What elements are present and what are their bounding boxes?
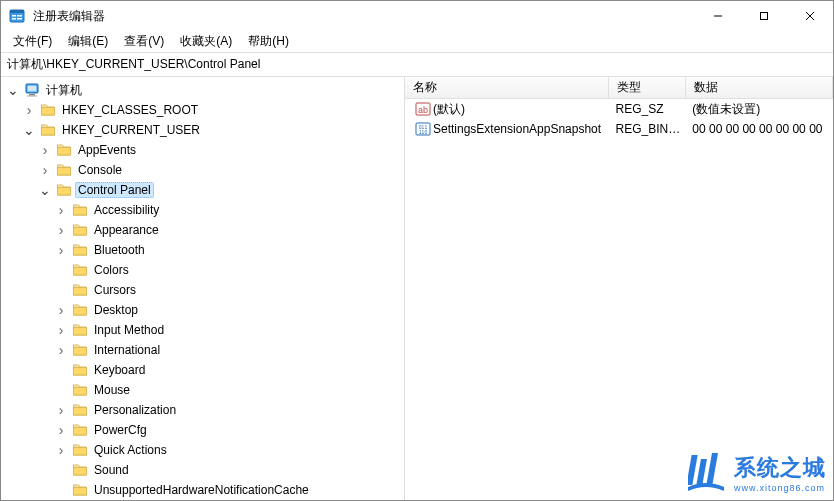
folder-icon xyxy=(72,362,88,378)
folder-icon xyxy=(56,142,72,158)
tree-item-label[interactable]: AppEvents xyxy=(75,142,139,158)
value-type: REG_SZ xyxy=(610,102,687,116)
tree-item[interactable]: Colors xyxy=(1,260,404,280)
expand-icon[interactable] xyxy=(37,162,53,178)
tree-item-label[interactable]: Input Method xyxy=(91,322,167,338)
address-path[interactable]: 计算机\HKEY_CURRENT_USER\Control Panel xyxy=(7,56,827,73)
tree-item-label[interactable]: International xyxy=(91,342,163,358)
tree-item-label[interactable]: HKEY_CURRENT_USER xyxy=(59,122,203,138)
expand-icon[interactable] xyxy=(53,322,69,338)
menu-help[interactable]: 帮助(H) xyxy=(240,31,297,52)
tree-item[interactable]: HKEY_CURRENT_USER xyxy=(1,120,404,140)
expand-icon[interactable] xyxy=(53,402,69,418)
collapse-icon[interactable] xyxy=(37,182,53,198)
tree-item-label[interactable]: Sound xyxy=(91,462,132,478)
list-body[interactable]: (默认)REG_SZ(数值未设置)SettingsExtensionAppSna… xyxy=(405,99,833,500)
expand-icon[interactable] xyxy=(53,422,69,438)
tree-item[interactable]: UnsupportedHardwareNotificationCache xyxy=(1,480,404,500)
tree-item[interactable]: Sound xyxy=(1,460,404,480)
tree-item[interactable]: Cursors xyxy=(1,280,404,300)
expand-icon[interactable] xyxy=(53,242,69,258)
maximize-icon xyxy=(759,11,769,21)
tree-item-label[interactable]: Appearance xyxy=(91,222,162,238)
folder-icon xyxy=(72,462,88,478)
column-header[interactable]: 名称 xyxy=(405,77,609,98)
folder-icon xyxy=(40,122,56,138)
value-type: REG_BINARY xyxy=(610,122,687,136)
expand-icon[interactable] xyxy=(53,442,69,458)
tree-item-label[interactable]: 计算机 xyxy=(43,81,85,100)
tree-panel[interactable]: 计算机HKEY_CLASSES_ROOTHKEY_CURRENT_USERApp… xyxy=(1,77,405,500)
expand-icon[interactable] xyxy=(37,142,53,158)
folder-icon xyxy=(72,202,88,218)
maximize-button[interactable] xyxy=(741,1,787,31)
tree-item[interactable]: Accessibility xyxy=(1,200,404,220)
tree-item[interactable]: Quick Actions xyxy=(1,440,404,460)
folder-icon xyxy=(72,242,88,258)
menu-file[interactable]: 文件(F) xyxy=(5,31,60,52)
window: 注册表编辑器 文件(F) 编辑(E) 查看(V) 收藏夹(A) 帮助(H) 计算… xyxy=(0,0,834,501)
folder-icon xyxy=(72,282,88,298)
tree-item[interactable]: Desktop xyxy=(1,300,404,320)
folder-icon xyxy=(72,302,88,318)
titlebar[interactable]: 注册表编辑器 xyxy=(1,1,833,31)
binary-value-icon xyxy=(415,121,431,137)
expand-icon[interactable] xyxy=(53,202,69,218)
close-icon xyxy=(805,11,815,21)
tree-item-label[interactable]: Personalization xyxy=(91,402,179,418)
tree-item[interactable]: Personalization xyxy=(1,400,404,420)
folder-icon xyxy=(72,262,88,278)
tree-item[interactable]: PowerCfg xyxy=(1,420,404,440)
expand-icon[interactable] xyxy=(21,102,37,118)
tree-item-label[interactable]: Control Panel xyxy=(75,182,154,198)
minimize-button[interactable] xyxy=(695,1,741,31)
tree-item-label[interactable]: Quick Actions xyxy=(91,442,170,458)
tree-item[interactable]: HKEY_CLASSES_ROOT xyxy=(1,100,404,120)
tree-item-label[interactable]: PowerCfg xyxy=(91,422,150,438)
close-button[interactable] xyxy=(787,1,833,31)
tree-item[interactable]: Control Panel xyxy=(1,180,404,200)
tree-item[interactable]: Appearance xyxy=(1,220,404,240)
expand-icon[interactable] xyxy=(53,222,69,238)
tree-item-label[interactable]: Colors xyxy=(91,262,132,278)
column-header[interactable]: 数据 xyxy=(686,77,833,98)
tree-item[interactable]: 计算机 xyxy=(1,80,404,100)
expand-icon[interactable] xyxy=(53,302,69,318)
menu-view[interactable]: 查看(V) xyxy=(116,31,172,52)
collapse-icon[interactable] xyxy=(21,122,37,138)
tree-item-label[interactable]: Bluetooth xyxy=(91,242,148,258)
folder-icon xyxy=(72,402,88,418)
value-row[interactable]: (默认)REG_SZ(数值未设置) xyxy=(405,99,833,119)
collapse-icon[interactable] xyxy=(5,82,21,98)
value-row[interactable]: SettingsExtensionAppSnapshotREG_BINARY00… xyxy=(405,119,833,139)
tree-item[interactable]: AppEvents xyxy=(1,140,404,160)
folder-icon xyxy=(72,342,88,358)
list-header: 名称类型数据 xyxy=(405,77,833,99)
tree-item[interactable]: Bluetooth xyxy=(1,240,404,260)
app-icon xyxy=(9,8,25,24)
tree-item[interactable]: Mouse xyxy=(1,380,404,400)
value-name: (默认) xyxy=(433,101,465,118)
value-name: SettingsExtensionAppSnapshot xyxy=(433,122,601,136)
column-header[interactable]: 类型 xyxy=(609,77,686,98)
folder-icon xyxy=(72,382,88,398)
tree-item[interactable]: Input Method xyxy=(1,320,404,340)
expand-icon[interactable] xyxy=(53,342,69,358)
tree-item-label[interactable]: HKEY_CLASSES_ROOT xyxy=(59,102,201,118)
tree-item[interactable]: Keyboard xyxy=(1,360,404,380)
folder-icon xyxy=(72,482,88,498)
tree-item[interactable]: Console xyxy=(1,160,404,180)
svg-rect-19 xyxy=(761,13,768,20)
tree-item-label[interactable]: Accessibility xyxy=(91,202,162,218)
addressbar[interactable]: 计算机\HKEY_CURRENT_USER\Control Panel xyxy=(1,53,833,77)
tree-item-label[interactable]: Desktop xyxy=(91,302,141,318)
window-title: 注册表编辑器 xyxy=(33,8,695,25)
tree-item-label[interactable]: Mouse xyxy=(91,382,133,398)
tree-item-label[interactable]: Cursors xyxy=(91,282,139,298)
tree-item-label[interactable]: UnsupportedHardwareNotificationCache xyxy=(91,482,312,498)
tree-item-label[interactable]: Keyboard xyxy=(91,362,148,378)
menu-edit[interactable]: 编辑(E) xyxy=(60,31,116,52)
menu-favorites[interactable]: 收藏夹(A) xyxy=(172,31,240,52)
tree-item-label[interactable]: Console xyxy=(75,162,125,178)
tree-item[interactable]: International xyxy=(1,340,404,360)
